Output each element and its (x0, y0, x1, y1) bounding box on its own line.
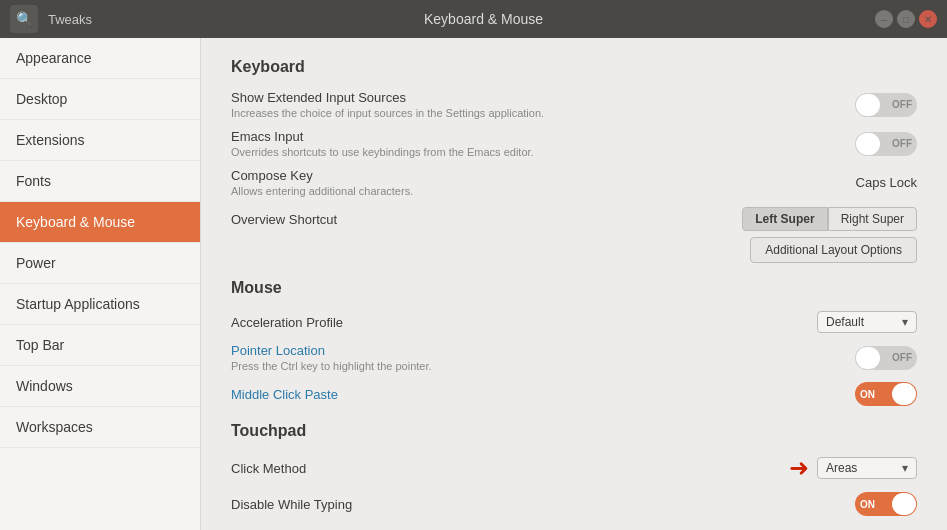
acceleration-profile-info: Acceleration Profile (231, 315, 817, 330)
overview-shortcut-buttons: Left Super Right Super (742, 207, 917, 231)
acceleration-profile-label: Acceleration Profile (231, 315, 817, 330)
sidebar-item-top-bar[interactable]: Top Bar (0, 325, 200, 366)
middle-click-paste-info: Middle Click Paste (231, 387, 855, 402)
click-method-info: Click Method (231, 461, 789, 476)
app-title: Tweaks (48, 12, 92, 27)
acceleration-profile-select[interactable]: Default ▾ (817, 311, 917, 333)
toggle-knob (856, 347, 880, 369)
click-method-control-area: ➜ Areas ▾ (789, 454, 917, 482)
toggle-off-label: OFF (892, 99, 912, 110)
search-icon: 🔍 (16, 11, 33, 27)
toggle-off-label: OFF (892, 138, 912, 149)
show-extended-toggle[interactable]: OFF (855, 93, 917, 117)
sidebar-item-startup-applications[interactable]: Startup Applications (0, 284, 200, 325)
toggle-knob (892, 493, 916, 515)
sidebar-item-fonts[interactable]: Fonts (0, 161, 200, 202)
overview-shortcut-row: Overview Shortcut Left Super Right Super (231, 207, 917, 231)
emacs-input-desc: Overrides shortcuts to use keybindings f… (231, 146, 855, 158)
sidebar-item-appearance[interactable]: Appearance (0, 38, 200, 79)
compose-key-info: Compose Key Allows entering additional c… (231, 168, 856, 197)
toggle-knob (856, 94, 880, 116)
settings-panel: Keyboard Show Extended Input Sources Inc… (201, 38, 947, 530)
overview-shortcut-info: Overview Shortcut (231, 212, 742, 227)
toggle-knob (856, 133, 880, 155)
window-title: Keyboard & Mouse (92, 11, 875, 27)
titlebar: 🔍 Tweaks Keyboard & Mouse – □ ✕ (0, 0, 947, 38)
middle-click-paste-label: Middle Click Paste (231, 387, 855, 402)
emacs-input-info: Emacs Input Overrides shortcuts to use k… (231, 129, 855, 158)
keyboard-section-title: Keyboard (231, 58, 917, 76)
minimize-button[interactable]: – (875, 10, 893, 28)
additional-layout-button[interactable]: Additional Layout Options (750, 237, 917, 263)
disable-typing-info: Disable While Typing (231, 497, 855, 512)
sidebar-item-extensions[interactable]: Extensions (0, 120, 200, 161)
click-method-value: Areas (826, 461, 857, 475)
pointer-location-info: Pointer Location Press the Ctrl key to h… (231, 343, 855, 372)
toggle-off-label: OFF (892, 352, 912, 363)
compose-key-value: Caps Lock (856, 175, 917, 190)
show-extended-desc: Increases the choice of input sources in… (231, 107, 855, 119)
acceleration-profile-row: Acceleration Profile Default ▾ (231, 311, 917, 333)
show-extended-info: Show Extended Input Sources Increases th… (231, 90, 855, 119)
compose-key-label: Compose Key (231, 168, 856, 183)
emacs-input-row: Emacs Input Overrides shortcuts to use k… (231, 129, 917, 158)
sidebar-item-power[interactable]: Power (0, 243, 200, 284)
pointer-location-desc: Press the Ctrl key to highlight the poin… (231, 360, 855, 372)
emacs-input-toggle[interactable]: OFF (855, 132, 917, 156)
left-super-button[interactable]: Left Super (742, 207, 827, 231)
toggle-on-label: ON (860, 499, 875, 510)
disable-typing-toggle[interactable]: ON (855, 492, 917, 516)
right-super-button[interactable]: Right Super (828, 207, 917, 231)
close-button[interactable]: ✕ (919, 10, 937, 28)
disable-typing-label: Disable While Typing (231, 497, 855, 512)
click-method-row: Click Method ➜ Areas ▾ (231, 454, 917, 482)
content-area: Appearance Desktop Extensions Fonts Keyb… (0, 38, 947, 530)
disable-typing-row: Disable While Typing ON (231, 492, 917, 516)
compose-key-row: Compose Key Allows entering additional c… (231, 168, 917, 197)
sidebar: Appearance Desktop Extensions Fonts Keyb… (0, 38, 201, 530)
mouse-section-title: Mouse (231, 279, 917, 297)
pointer-location-toggle[interactable]: OFF (855, 346, 917, 370)
additional-layout-row: Additional Layout Options (231, 237, 917, 263)
show-extended-label: Show Extended Input Sources (231, 90, 855, 105)
show-extended-row: Show Extended Input Sources Increases th… (231, 90, 917, 119)
middle-click-paste-toggle[interactable]: ON (855, 382, 917, 406)
window-controls: – □ ✕ (875, 10, 937, 28)
click-method-arrow: ▾ (902, 461, 908, 475)
sidebar-item-keyboard-mouse[interactable]: Keyboard & Mouse (0, 202, 200, 243)
click-method-label: Click Method (231, 461, 789, 476)
emacs-input-label: Emacs Input (231, 129, 855, 144)
search-button[interactable]: 🔍 (10, 5, 38, 33)
toggle-on-label: ON (860, 389, 875, 400)
red-arrow-icon: ➜ (789, 454, 809, 482)
acceleration-profile-arrow: ▾ (902, 315, 908, 329)
middle-click-paste-row: Middle Click Paste ON (231, 382, 917, 406)
main-window: 🔍 Tweaks Keyboard & Mouse – □ ✕ Appearan… (0, 0, 947, 530)
compose-key-desc: Allows entering additional characters. (231, 185, 856, 197)
pointer-location-label: Pointer Location (231, 343, 855, 358)
pointer-location-row: Pointer Location Press the Ctrl key to h… (231, 343, 917, 372)
sidebar-item-workspaces[interactable]: Workspaces (0, 407, 200, 448)
sidebar-item-desktop[interactable]: Desktop (0, 79, 200, 120)
touchpad-section-title: Touchpad (231, 422, 917, 440)
toggle-knob (892, 383, 916, 405)
sidebar-item-windows[interactable]: Windows (0, 366, 200, 407)
maximize-button[interactable]: □ (897, 10, 915, 28)
overview-shortcut-label: Overview Shortcut (231, 212, 742, 227)
click-method-select[interactable]: Areas ▾ (817, 457, 917, 479)
acceleration-profile-value: Default (826, 315, 864, 329)
